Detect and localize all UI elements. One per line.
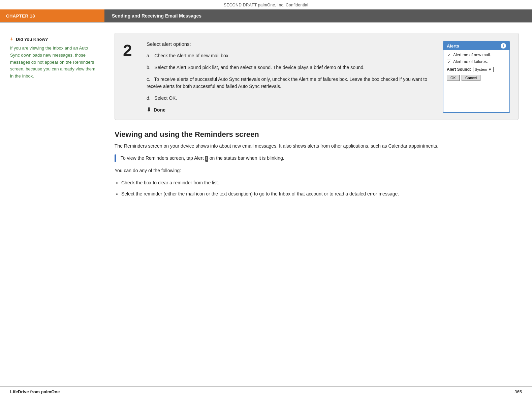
alerts-cancel-button[interactable]: Cancel (462, 75, 480, 81)
bullet-list: Check the box to clear a reminder from t… (121, 179, 519, 197)
sidebar: + Did You Know? If you are viewing the I… (0, 33, 104, 201)
done-arrow-icon: ⇓ (147, 106, 151, 113)
step-number: 2 (123, 41, 140, 113)
dropdown-arrow-icon: ▼ (488, 67, 492, 71)
checkbox-failures: ✓ (447, 60, 451, 64)
alerts-title-bar: Alerts i (443, 42, 509, 50)
did-you-know-box: + Did You Know? If you are viewing the I… (10, 36, 98, 80)
alert-check-row-2: ✓ Alert me of failures. (447, 59, 506, 64)
alerts-title: Alerts (447, 43, 459, 49)
chapter-label: CHAPTER 18 (0, 9, 104, 22)
footer: LifeDrive from palmOne 365 (0, 386, 532, 397)
blue-bar (115, 154, 116, 162)
bullet-item-2: Select the reminder (either the mail ico… (121, 190, 519, 197)
you-can-text: You can do any of the following: (115, 167, 519, 174)
plus-icon: + (10, 36, 13, 42)
alert-sound-value: System (475, 67, 487, 71)
main-content: + Did You Know? If you are viewing the I… (0, 23, 532, 201)
bullet-item-1: Check the box to clear a reminder from t… (121, 179, 519, 186)
alert-check-label-2: Alert me of failures. (453, 59, 488, 64)
did-you-know-title: + Did You Know? (10, 36, 98, 42)
footer-page-number: 365 (514, 389, 522, 394)
blue-bar-text: To view the Reminders screen, tap Alert … (121, 154, 284, 162)
alert-status-icon: ! (205, 156, 208, 162)
alerts-buttons: OK Cancel (447, 75, 506, 81)
watermark: SECOND DRAFT palmOne, Inc. Confidential (0, 0, 532, 9)
alert-sound-label: Alert Sound: (447, 67, 471, 72)
step-item-d: d. Select OK. (147, 95, 436, 102)
step-item-c: c. To receive alerts of successful Auto … (147, 76, 436, 90)
done-label: Done (154, 107, 165, 113)
step-item-a: a. Check the Alert me of new mail box. (147, 52, 436, 59)
alert-sound-row: Alert Sound: System ▼ (447, 67, 506, 72)
footer-left: LifeDrive from palmOne (10, 389, 60, 394)
alert-sound-dropdown[interactable]: System ▼ (473, 67, 494, 72)
chapter-title: Sending and Receiving Email Messages (104, 9, 532, 22)
step-main: Select alert options: a. Check the Alert… (147, 41, 510, 113)
alerts-dialog: Alerts i ✓ Alert me of new mail. ✓ Alert… (443, 41, 510, 113)
reminders-heading: Viewing and using the Reminders screen (115, 130, 519, 139)
alert-check-label-1: Alert me of new mail. (453, 53, 491, 57)
content-area: 2 Select alert options: a. Check the Ale… (104, 33, 532, 201)
step-box: 2 Select alert options: a. Check the Ale… (115, 33, 519, 120)
alerts-body: ✓ Alert me of new mail. ✓ Alert me of fa… (443, 50, 509, 84)
alerts-info-icon: i (501, 43, 506, 49)
alert-check-row-1: ✓ Alert me of new mail. (447, 53, 506, 57)
chapter-header: CHAPTER 18 Sending and Receiving Email M… (0, 9, 532, 22)
step-content: Select alert options: a. Check the Alert… (147, 41, 510, 113)
reminders-section: Viewing and using the Reminders screen T… (115, 130, 519, 197)
done-line: ⇓ Done (147, 106, 436, 113)
blue-bar-note: To view the Reminders screen, tap Alert … (115, 154, 519, 162)
step-header: Select alert options: (147, 41, 436, 47)
step-item-b: b. Select the Alert Sound pick list, and… (147, 64, 436, 71)
reminders-para: The Reminders screen on your device show… (115, 142, 519, 150)
alerts-ok-button[interactable]: OK (447, 75, 460, 81)
did-you-know-text: If you are viewing the Inbox and an Auto… (10, 45, 98, 80)
step-instructions: Select alert options: a. Check the Alert… (147, 41, 436, 113)
checkbox-new-mail: ✓ (447, 53, 451, 57)
